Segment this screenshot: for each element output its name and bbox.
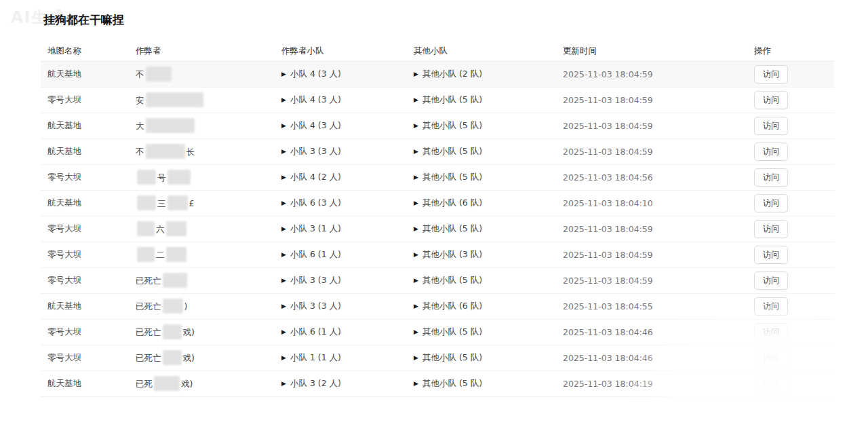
expand-arrow-icon[interactable]: ▶ xyxy=(281,71,286,77)
redacted-name-blur xyxy=(163,324,182,339)
page-title: 挂狗都在干嘛捏 xyxy=(43,12,124,28)
visit-button[interactable]: 访问 xyxy=(754,91,788,109)
expand-arrow-icon[interactable]: ▶ xyxy=(281,328,286,335)
action-cell: 访问 xyxy=(747,194,834,212)
visit-button[interactable]: 访问 xyxy=(754,375,788,393)
other-squads-expander-label: 其他小队 (5 队) xyxy=(422,223,482,233)
other-squads-expander[interactable]: ▶其他小队 (2 队) xyxy=(407,69,556,80)
visit-button[interactable]: 访问 xyxy=(754,323,788,341)
other-squads-expander-label: 其他小队 (2 队) xyxy=(422,69,482,79)
other-squads-expander[interactable]: ▶其他小队 (5 队) xyxy=(407,146,556,157)
other-squads-expander[interactable]: ▶其他小队 (6 队) xyxy=(407,301,556,312)
expand-arrow-icon[interactable]: ▶ xyxy=(414,251,418,258)
expand-arrow-icon[interactable]: ▶ xyxy=(414,328,418,335)
expand-arrow-icon[interactable]: ▶ xyxy=(414,200,418,206)
other-squads-expander[interactable]: ▶其他小队 (5 队) xyxy=(407,352,556,364)
visit-button[interactable]: 访问 xyxy=(754,143,788,161)
visit-button[interactable]: 访问 xyxy=(754,349,788,367)
cheater-name-cell: 不长 xyxy=(129,145,275,159)
other-squads-expander[interactable]: ▶其他小队 (5 队) xyxy=(407,94,556,106)
visit-button[interactable]: 访问 xyxy=(754,220,788,238)
cheater-name-cell: 大 xyxy=(129,119,275,134)
other-squads-expander[interactable]: ▶其他小队 (6 队) xyxy=(407,197,556,209)
updated-time-cell: 2025-11-03 18:04:46 xyxy=(556,327,747,337)
expand-arrow-icon[interactable]: ▶ xyxy=(281,251,286,258)
expand-arrow-icon[interactable]: ▶ xyxy=(414,354,418,361)
other-squads-expander[interactable]: ▶其他小队 (5 队) xyxy=(407,172,556,183)
column-header-other-squads: 其他小队 xyxy=(407,45,556,57)
expand-arrow-icon[interactable]: ▶ xyxy=(281,380,286,387)
expand-arrow-icon[interactable]: ▶ xyxy=(281,122,286,129)
action-cell: 访问 xyxy=(747,220,834,238)
expand-arrow-icon[interactable]: ▶ xyxy=(281,225,286,232)
cheater-squad-expander-label: 小队 4 (3 人) xyxy=(290,69,341,79)
visit-button[interactable]: 访问 xyxy=(754,168,788,187)
expand-arrow-icon[interactable]: ▶ xyxy=(414,148,418,155)
cheater-name-cell: 已死亡 xyxy=(129,273,275,288)
visit-button[interactable]: 访问 xyxy=(754,65,788,83)
cheater-squad-expander[interactable]: ▶小队 3 (2 人) xyxy=(275,378,407,390)
column-header-cheater: 作弊者 xyxy=(129,45,275,57)
expand-arrow-icon[interactable]: ▶ xyxy=(414,174,418,181)
cheater-squad-expander[interactable]: ▶小队 4 (3 人) xyxy=(275,120,407,132)
action-cell: 访问 xyxy=(747,91,834,109)
map-name-cell: 航天基地 xyxy=(41,197,129,209)
table-row: 零号大坝已死亡戏)▶小队 6 (1 人)▶其他小队 (5 队)2025-11-0… xyxy=(41,320,834,345)
cheater-squad-expander[interactable]: ▶小队 1 (1 人) xyxy=(275,352,407,364)
expand-arrow-icon[interactable]: ▶ xyxy=(281,200,286,206)
other-squads-expander-label: 其他小队 (6 队) xyxy=(422,197,482,208)
other-squads-expander[interactable]: ▶其他小队 (5 队) xyxy=(407,378,556,390)
expand-arrow-icon[interactable]: ▶ xyxy=(281,96,286,103)
visit-button[interactable]: 访问 xyxy=(754,271,788,290)
other-squads-expander[interactable]: ▶其他小队 (5 队) xyxy=(407,275,556,286)
other-squads-expander-label: 其他小队 (5 队) xyxy=(422,378,482,388)
cheater-squad-expander[interactable]: ▶小队 6 (1 人) xyxy=(275,326,407,338)
redacted-name-blur xyxy=(166,247,186,262)
other-squads-expander[interactable]: ▶其他小队 (5 队) xyxy=(407,223,556,235)
expand-arrow-icon[interactable]: ▶ xyxy=(414,303,418,309)
expand-arrow-icon[interactable]: ▶ xyxy=(414,96,418,103)
expand-arrow-icon[interactable]: ▶ xyxy=(281,277,286,284)
expand-arrow-icon[interactable]: ▶ xyxy=(414,71,418,77)
cheater-squad-expander[interactable]: ▶小队 3 (3 人) xyxy=(275,301,407,312)
expand-arrow-icon[interactable]: ▶ xyxy=(281,174,286,181)
other-squads-expander-label: 其他小队 (3 队) xyxy=(422,249,482,259)
cheater-squad-expander[interactable]: ▶小队 6 (3 人) xyxy=(275,197,407,209)
redacted-name-blur xyxy=(154,376,180,391)
expand-arrow-icon[interactable]: ▶ xyxy=(414,122,418,129)
expand-arrow-icon[interactable]: ▶ xyxy=(281,148,286,155)
expand-arrow-icon[interactable]: ▶ xyxy=(281,354,286,361)
map-name-cell: 零号大坝 xyxy=(41,249,129,261)
expand-arrow-icon[interactable]: ▶ xyxy=(414,380,418,387)
redacted-name-blur xyxy=(166,221,186,236)
other-squads-expander-label: 其他小队 (6 队) xyxy=(422,301,482,311)
cheater-squad-expander[interactable]: ▶小队 6 (1 人) xyxy=(275,249,407,261)
cheater-squad-expander[interactable]: ▶小队 3 (1 人) xyxy=(275,223,407,235)
other-squads-expander[interactable]: ▶其他小队 (3 队) xyxy=(407,249,556,261)
cheater-squad-expander[interactable]: ▶小队 4 (2 人) xyxy=(275,172,407,183)
visit-button[interactable]: 访问 xyxy=(754,246,788,264)
cheater-name-cell: 三£ xyxy=(129,196,275,211)
visit-button[interactable]: 访问 xyxy=(754,297,788,316)
visit-button[interactable]: 访问 xyxy=(754,194,788,212)
cheater-squad-expander[interactable]: ▶小队 4 (3 人) xyxy=(275,94,407,106)
cheater-squad-expander-label: 小队 6 (1 人) xyxy=(290,249,341,259)
expand-arrow-icon[interactable]: ▶ xyxy=(414,225,418,232)
cheater-squad-expander-label: 小队 1 (1 人) xyxy=(290,352,341,362)
visit-button[interactable]: 访问 xyxy=(754,117,788,135)
updated-time-cell: 2025-11-03 18:04:19 xyxy=(556,379,747,389)
redacted-name-blur xyxy=(163,299,183,314)
expand-arrow-icon[interactable]: ▶ xyxy=(281,303,286,309)
other-squads-expander[interactable]: ▶其他小队 (5 队) xyxy=(407,326,556,338)
other-squads-expander-label: 其他小队 (5 队) xyxy=(422,352,482,362)
redacted-name-blur xyxy=(146,67,172,81)
cheater-squad-expander[interactable]: ▶小队 3 (3 人) xyxy=(275,275,407,286)
cheater-squad-expander[interactable]: ▶小队 4 (3 人) xyxy=(275,69,407,80)
column-header-actions: 操作 xyxy=(747,45,834,57)
other-squads-expander-label: 其他小队 (5 队) xyxy=(422,94,482,105)
expand-arrow-icon[interactable]: ▶ xyxy=(414,277,418,284)
other-squads-expander[interactable]: ▶其他小队 (5 队) xyxy=(407,120,556,132)
cheater-table: 地图名称 作弊者 作弊者小队 其他小队 更新时间 操作 航天基地不▶小队 4 (… xyxy=(41,41,834,397)
redacted-name-blur xyxy=(163,350,182,365)
cheater-squad-expander[interactable]: ▶小队 3 (3 人) xyxy=(275,146,407,157)
